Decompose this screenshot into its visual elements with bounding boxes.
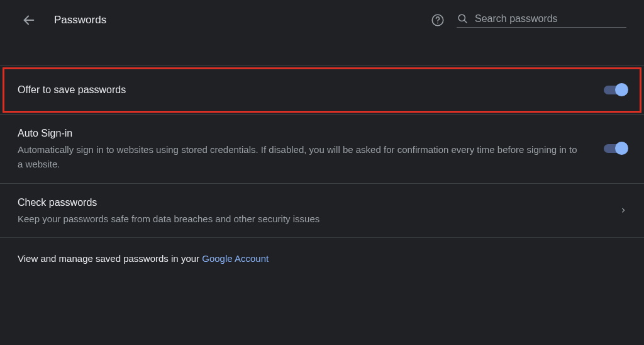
svg-point-2 (437, 23, 438, 24)
page-title: Passwords (54, 14, 106, 26)
svg-line-4 (464, 20, 467, 23)
row-text: Check passwords Keep your passwords safe… (18, 195, 615, 226)
row-title: Auto Sign-in (18, 126, 579, 141)
row-text: Offer to save passwords (18, 82, 604, 98)
toggle-knob (615, 83, 628, 96)
offer-to-save-passwords-row[interactable]: Offer to save passwords (0, 66, 644, 115)
header: Passwords (0, 0, 644, 40)
auto-sign-in-toggle[interactable] (604, 144, 626, 153)
auto-sign-in-row[interactable]: Auto Sign-in Automatically sign in to we… (0, 115, 644, 184)
row-text: Auto Sign-in Automatically sign in to we… (18, 126, 604, 172)
search-icon (457, 13, 469, 25)
check-passwords-row[interactable]: Check passwords Keep your passwords safe… (0, 184, 644, 238)
offer-save-toggle[interactable] (604, 86, 626, 94)
help-button[interactable] (426, 9, 449, 31)
footer-text: View and manage saved passwords in your (18, 253, 202, 264)
row-description: Keep your passwords safe from data breac… (18, 212, 590, 226)
chevron-right-icon (620, 207, 626, 213)
google-account-link[interactable]: Google Account (202, 253, 269, 264)
settings-panel: Offer to save passwords Auto Sign-in Aut… (0, 65, 644, 279)
back-button[interactable] (18, 9, 40, 31)
row-title: Check passwords (18, 195, 590, 210)
search-input[interactable] (475, 13, 626, 25)
manage-passwords-footer: View and manage saved passwords in your … (0, 238, 644, 279)
row-description: Automatically sign in to websites using … (18, 142, 579, 172)
search-field[interactable] (457, 13, 626, 28)
arrow-back-icon (22, 13, 36, 27)
help-icon (431, 13, 445, 27)
toggle-knob (615, 142, 628, 155)
row-title: Offer to save passwords (18, 82, 579, 98)
